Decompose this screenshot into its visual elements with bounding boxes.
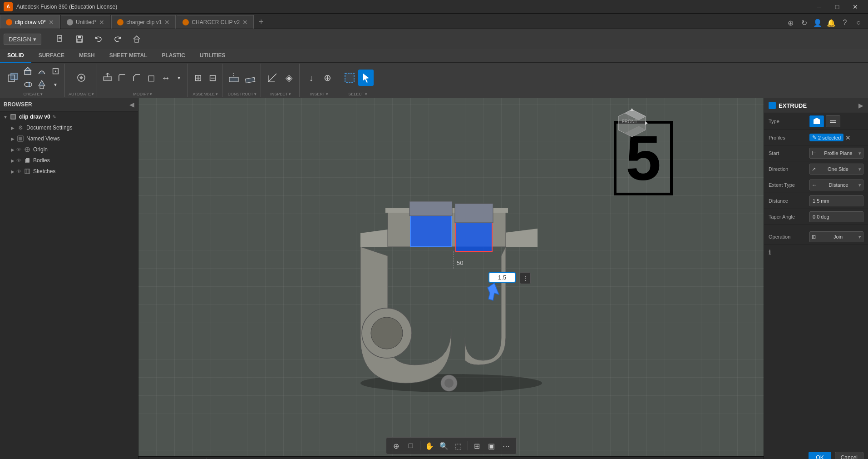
mode-tab-utilities[interactable]: UTILITIES — [192, 49, 233, 63]
play-end-btn[interactable]: ⏭ — [193, 458, 203, 459]
refresh-icon[interactable]: ↻ — [798, 17, 810, 29]
new-document-btn[interactable] — [53, 31, 68, 47]
modify-label[interactable]: MODIFY▾ — [133, 92, 152, 96]
select-btn2[interactable] — [358, 70, 374, 86]
press-pull-btn[interactable] — [101, 70, 114, 86]
help-icon[interactable]: ? — [839, 17, 851, 29]
tree-doc-settings[interactable]: ▶ ⚙ Document Settings — [0, 122, 138, 133]
rib-btn[interactable]: ⊡ — [49, 65, 62, 77]
canvas-dimension-input[interactable]: 1.5 — [488, 272, 516, 283]
tab-close-charger-v1[interactable]: ✕ — [164, 19, 170, 26]
insert-btn1[interactable]: ↓ — [303, 70, 319, 86]
scale-btn[interactable]: ↔ — [159, 70, 173, 86]
modify-more-btn[interactable]: ▼ — [173, 70, 184, 86]
cancel-button[interactable]: Cancel — [835, 452, 863, 459]
mode-tab-plastic[interactable]: PLASTIC — [154, 49, 192, 63]
direction-select[interactable]: ↗ One Side ▾ — [809, 164, 863, 175]
home-btn[interactable] — [129, 31, 144, 47]
panel-collapse-btn[interactable]: ▶ — [858, 102, 863, 109]
browser-collapse-btn[interactable]: ◀ — [129, 101, 134, 108]
undo-btn[interactable] — [91, 31, 106, 47]
select-btn1[interactable] — [342, 70, 357, 86]
play-start-btn[interactable]: ⏮ — [146, 458, 156, 459]
notification-icon[interactable]: 🔔 — [825, 17, 837, 29]
extent-select[interactable]: ↔ Distance ▾ — [809, 180, 863, 190]
navigation-cube[interactable]: FRONT — [614, 107, 650, 144]
mode-tab-solid[interactable]: SOLID — [0, 49, 31, 63]
mode-tab-sheet-metal[interactable]: SHEET METAL — [102, 49, 155, 63]
construct-label[interactable]: CONSTRUCT▾ — [227, 92, 256, 96]
minimize-button[interactable]: ─ — [810, 0, 828, 14]
select-label[interactable]: SELECT▾ — [348, 92, 367, 96]
inspect-btn1[interactable] — [265, 70, 280, 86]
tree-named-views[interactable]: ▶ Named Views — [0, 133, 138, 144]
insert-label[interactable]: INSERT▾ — [310, 92, 328, 96]
root-edit-icon[interactable]: ✎ — [52, 114, 56, 120]
create-new-component-btn[interactable] — [5, 70, 21, 86]
tab-charger-v2[interactable]: CHARGER CLIP v2 ✕ — [177, 15, 254, 29]
grid-btn[interactable]: ⊞ — [471, 439, 483, 452]
visual-style-btn[interactable]: ▣ — [485, 439, 498, 452]
bodies-vis-icon[interactable]: 👁 — [16, 158, 21, 163]
automate-btn[interactable] — [73, 70, 89, 86]
play-next-btn[interactable]: ▶ — [181, 458, 191, 459]
assemble-btn2[interactable]: ⊟ — [206, 70, 219, 86]
loft-btn[interactable] — [35, 78, 48, 91]
mode-tab-surface[interactable]: SURFACE — [31, 49, 72, 63]
tree-root[interactable]: ▼ clip draw v0 ✎ — [0, 111, 138, 122]
tab-charger-v1[interactable]: charger clip v1 ✕ — [111, 15, 176, 29]
type-btn-solid[interactable] — [809, 115, 824, 127]
assemble-label[interactable]: ASSEMBLE▾ — [192, 92, 218, 96]
save-btn[interactable] — [72, 31, 87, 47]
operation-select[interactable]: ⊞ Join ▾ — [809, 231, 863, 242]
create-label[interactable]: CREATE▾ — [24, 92, 43, 96]
start-select[interactable]: ⊢ Profile Plane ▾ — [809, 148, 863, 159]
input-options-btn[interactable]: ⋮ — [520, 272, 531, 284]
play-prev-btn[interactable]: ◀ — [158, 458, 168, 459]
shell-btn[interactable]: ◻ — [144, 70, 158, 86]
sketches-vis-icon[interactable]: 👁 — [16, 169, 21, 174]
window-zoom-btn[interactable]: ⬚ — [452, 439, 465, 452]
new-tab-button[interactable]: + — [255, 15, 267, 29]
chamfer-btn[interactable] — [130, 70, 143, 86]
sweep-btn[interactable] — [35, 65, 48, 77]
assemble-btn1[interactable]: ⊞ — [191, 70, 205, 86]
zoom-btn[interactable]: 🔍 — [438, 439, 450, 452]
fillet-btn[interactable] — [115, 70, 129, 86]
redo-btn[interactable] — [110, 31, 125, 47]
inspect-label[interactable]: INSPECT▾ — [270, 92, 291, 96]
user-icon[interactable]: ○ — [853, 17, 864, 29]
construct-btn2[interactable] — [242, 70, 258, 86]
inspect-btn2[interactable]: ◈ — [281, 70, 296, 86]
revolve-btn[interactable] — [22, 78, 35, 91]
tab-close-clip-draw[interactable]: ✕ — [49, 19, 54, 26]
distance-input[interactable]: 1.5 mm — [809, 195, 863, 206]
render-mode-btn[interactable]: □ — [404, 439, 417, 452]
viewport-canvas[interactable]: 50 1.5 ⋮ 5 FRONT — [138, 98, 764, 459]
profiles-clear-btn[interactable]: ✕ — [845, 134, 851, 141]
extrude-btn[interactable] — [22, 65, 35, 77]
tree-origin[interactable]: ▶ 👁 Origin — [0, 144, 138, 155]
tab-untitled[interactable]: Untitled* ✕ — [61, 15, 110, 29]
design-dropdown[interactable]: DESIGN ▾ — [4, 34, 41, 45]
display-settings-btn[interactable]: ⋯ — [500, 439, 513, 452]
type-btn-thin[interactable] — [826, 115, 840, 127]
pan-btn[interactable]: ✋ — [423, 439, 436, 452]
automate-label[interactable]: AUTOMATE▾ — [69, 92, 94, 96]
tab-close-charger-v2[interactable]: ✕ — [242, 19, 248, 26]
account-icon[interactable]: 👤 — [812, 17, 824, 29]
origin-vis-icon[interactable]: 👁 — [16, 147, 21, 152]
play-btn[interactable]: ▶ — [169, 458, 179, 459]
close-button[interactable]: ✕ — [846, 0, 864, 14]
mode-tab-mesh[interactable]: MESH — [72, 49, 102, 63]
add-tab-icon[interactable]: ⊕ — [784, 17, 796, 29]
tab-clip-draw[interactable]: clip draw v0* ✕ — [0, 15, 60, 29]
insert-btn2[interactable]: ⊕ — [320, 70, 335, 86]
tree-sketches[interactable]: ▶ 👁 Sketches — [0, 166, 138, 177]
tree-bodies[interactable]: ▶ 👁 Bodies — [0, 155, 138, 166]
ok-button[interactable]: OK — [809, 452, 831, 459]
fit-to-view-btn[interactable]: ⊕ — [390, 439, 403, 452]
construct-btn1[interactable] — [226, 70, 242, 86]
create-more-btn[interactable]: ▼ — [49, 78, 62, 91]
tab-close-untitled[interactable]: ✕ — [99, 19, 104, 26]
